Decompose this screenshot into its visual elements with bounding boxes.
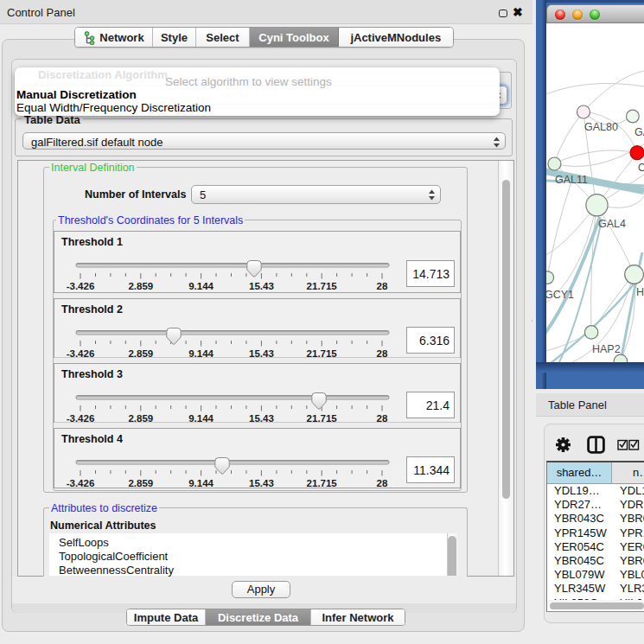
svg-text:15.43: 15.43 xyxy=(249,281,274,291)
svg-text:28: 28 xyxy=(377,478,388,488)
svg-text:Threshold 2: Threshold 2 xyxy=(61,303,123,316)
svg-text:21.715: 21.715 xyxy=(307,413,338,424)
svg-text:Threshold 1: Threshold 1 xyxy=(61,236,123,248)
svg-text:-3.426: -3.426 xyxy=(67,413,95,424)
svg-text:21.715: 21.715 xyxy=(307,348,338,359)
svg-text:-3.426: -3.426 xyxy=(67,478,95,488)
svg-text:2.859: 2.859 xyxy=(128,281,153,291)
svg-text:28: 28 xyxy=(377,348,388,359)
svg-text:GAL4: GAL4 xyxy=(598,218,626,230)
svg-text:C: C xyxy=(638,162,644,174)
svg-text:28: 28 xyxy=(377,281,388,291)
svg-text:28: 28 xyxy=(377,413,388,424)
svg-text:2.859: 2.859 xyxy=(128,348,153,359)
svg-text:GAL11: GAL11 xyxy=(555,174,588,186)
svg-text:GCY1: GCY1 xyxy=(546,289,574,301)
svg-text:H: H xyxy=(636,286,644,298)
svg-text:15.43: 15.43 xyxy=(249,478,274,488)
svg-text:2.859: 2.859 xyxy=(128,478,153,488)
svg-text:9.144: 9.144 xyxy=(188,478,214,488)
svg-text:GAL80: GAL80 xyxy=(584,121,618,133)
svg-text:-3.426: -3.426 xyxy=(67,348,95,359)
svg-text:9.144: 9.144 xyxy=(188,413,214,424)
svg-text:Threshold 3: Threshold 3 xyxy=(61,368,123,380)
svg-text:9.144: 9.144 xyxy=(188,281,214,291)
svg-text:-3.426: -3.426 xyxy=(67,281,95,291)
svg-text:21.715: 21.715 xyxy=(307,478,338,488)
svg-text:HAP2: HAP2 xyxy=(592,343,621,355)
svg-text:Threshold 4: Threshold 4 xyxy=(61,433,123,445)
svg-text:2.859: 2.859 xyxy=(128,413,153,424)
svg-text:15.43: 15.43 xyxy=(249,413,274,424)
svg-text:15.43: 15.43 xyxy=(249,348,274,359)
svg-text:21.715: 21.715 xyxy=(307,281,338,291)
svg-text:9.144: 9.144 xyxy=(188,348,214,359)
svg-text:GA: GA xyxy=(634,126,644,138)
